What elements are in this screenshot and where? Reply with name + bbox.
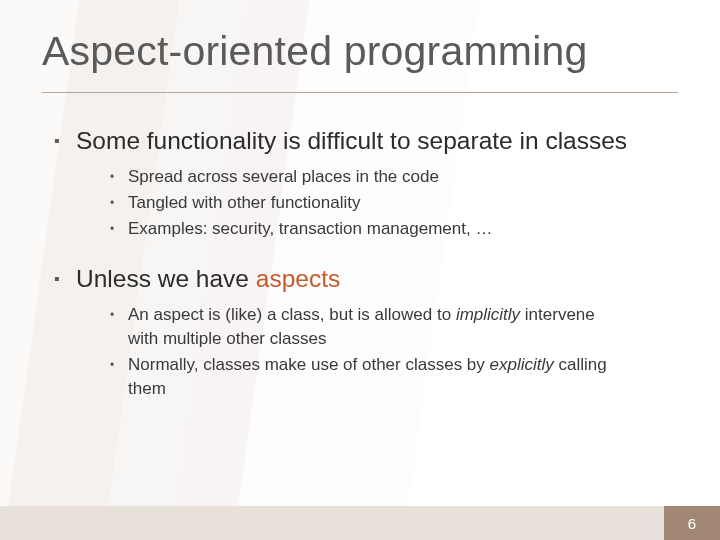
title-underline <box>42 92 678 93</box>
sub-bullet-text: Examples: security, transaction manageme… <box>128 217 492 241</box>
bullet-level2: • Normally, classes make use of other cl… <box>110 353 666 401</box>
page-number: 6 <box>664 506 720 540</box>
text-run: An aspect is (like) a class, but is allo… <box>128 305 456 324</box>
sub-bullet-text: Tangled with other functionality <box>128 191 360 215</box>
sub-bullet-text: An aspect is (like) a class, but is allo… <box>128 303 608 351</box>
bullet-level2: • Spread across several places in the co… <box>110 165 666 189</box>
square-bullet-icon: ▪ <box>54 125 76 157</box>
square-bullet-icon: ▪ <box>54 263 76 295</box>
slide-title: Aspect-oriented programming <box>42 28 588 75</box>
dot-bullet-icon: • <box>110 191 128 215</box>
text-run: Normally, classes make use of other clas… <box>128 355 490 374</box>
bullet-level2: • Tangled with other functionality <box>110 191 666 215</box>
dot-bullet-icon: • <box>110 165 128 189</box>
sub-bullet-text: Normally, classes make use of other clas… <box>128 353 608 401</box>
bullet-text: Unless we have aspects <box>76 263 340 295</box>
text-run: Unless we have <box>76 265 256 292</box>
slide-content: ▪ Some functionality is difficult to sep… <box>54 125 666 423</box>
dot-bullet-icon: • <box>110 217 128 241</box>
sub-bullet-group: • An aspect is (like) a class, but is al… <box>110 303 666 401</box>
bullet-level2: • Examples: security, transaction manage… <box>110 217 666 241</box>
italic-run: explicitly <box>490 355 554 374</box>
slide: Aspect-oriented programming ▪ Some funct… <box>0 0 720 540</box>
bullet-level2: • An aspect is (like) a class, but is al… <box>110 303 666 351</box>
sub-bullet-group: • Spread across several places in the co… <box>110 165 666 241</box>
sub-bullet-text: Spread across several places in the code <box>128 165 439 189</box>
bullet-text: Some functionality is difficult to separ… <box>76 125 627 157</box>
dot-bullet-icon: • <box>110 303 128 351</box>
italic-run: implicitly <box>456 305 520 324</box>
bullet-level1: ▪ Some functionality is difficult to sep… <box>54 125 666 157</box>
footer-bar <box>0 506 720 540</box>
bullet-level1: ▪ Unless we have aspects <box>54 263 666 295</box>
accent-word: aspects <box>256 265 340 292</box>
dot-bullet-icon: • <box>110 353 128 401</box>
